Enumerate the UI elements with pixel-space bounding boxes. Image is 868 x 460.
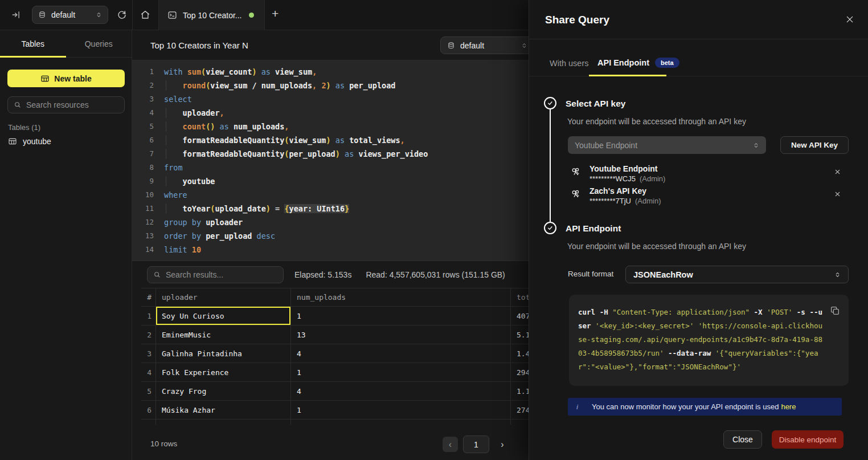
sql-line: 7 formatReadableQuantity(per_upload) as … <box>132 147 529 161</box>
table-cell[interactable]: Folk Experience <box>156 363 291 382</box>
home-icon[interactable] <box>140 10 150 20</box>
api-key-select[interactable]: Youtube Endpoint <box>568 136 766 154</box>
new-api-key-button[interactable]: New API Key <box>780 136 849 154</box>
sql-editor[interactable]: 1with sum(view_count) as view_sum,2 roun… <box>132 60 529 261</box>
table-cell[interactable]: 1.4 <box>511 344 529 363</box>
banner-here-link[interactable]: here <box>781 402 796 411</box>
step2-check-icon <box>544 222 556 234</box>
curl-snippet: curl -H "Content-Type: application/json"… <box>578 306 822 374</box>
table-cell[interactable]: 1.1 <box>511 382 529 401</box>
remove-key-icon[interactable] <box>834 169 841 175</box>
table-cell[interactable]: 13 <box>291 325 511 344</box>
line-number: 12 <box>132 215 154 229</box>
unsaved-changes-dot <box>249 13 254 18</box>
curl-snippet-block: curl -H "Content-Type: application/json"… <box>569 295 849 386</box>
tab-api-endpoint-label: API Endpoint <box>597 58 649 67</box>
pagination-next-icon[interactable]: › <box>497 437 508 452</box>
table-cell[interactable]: 5.1 <box>511 325 529 344</box>
table-cell[interactable]: Soy Un Curioso <box>156 307 291 325</box>
query-tab[interactable]: Top 10 Creator... <box>158 0 265 30</box>
new-table-button[interactable]: New table <box>7 70 125 87</box>
column-header[interactable]: # <box>141 288 156 307</box>
close-icon[interactable] <box>845 15 854 24</box>
column-header[interactable]: tot <box>511 288 529 307</box>
line-number: 6 <box>132 133 154 147</box>
table-cell[interactable]: 4 <box>291 344 511 363</box>
line-number: 5 <box>132 120 154 133</box>
table-cell[interactable]: EminemMusic <box>156 325 291 344</box>
line-number: 7 <box>132 147 154 161</box>
indent-guide <box>166 176 166 186</box>
line-number: 1 <box>132 65 154 79</box>
column-header[interactable]: num_uploads <box>291 288 511 307</box>
beta-badge: beta <box>655 58 679 68</box>
table-row: 2EminemMusic135.1 <box>141 325 529 344</box>
sql-line: 5 count() as num_uploads, <box>132 120 529 133</box>
results-table-header: #uploadernum_uploadstot <box>141 288 529 307</box>
indent-guide <box>166 108 166 118</box>
pagination-prev-icon[interactable]: ‹ <box>443 437 458 452</box>
sql-line: 13order by per_upload desc <box>132 229 529 243</box>
indent-guide <box>166 121 166 132</box>
column-header[interactable]: uploader <box>156 288 291 307</box>
sidebar-tab-tables[interactable]: Tables <box>0 30 66 57</box>
new-tab-plus-icon[interactable]: + <box>272 7 279 21</box>
sidebar-item-youtube[interactable]: youtube <box>8 137 51 146</box>
table-row: 4Folk Experience1294 <box>141 363 529 382</box>
table-cell[interactable]: 294 <box>511 363 529 382</box>
row-number: 6 <box>141 401 156 420</box>
monitor-info-banner: i You can now monitor how your your API … <box>568 398 842 416</box>
table-cell[interactable]: 407 <box>511 307 529 325</box>
table-cell[interactable]: 274 <box>511 401 529 420</box>
table-cell[interactable]: 1 <box>291 363 511 382</box>
tab-with-users[interactable]: With users <box>550 59 589 68</box>
sidebar-tab-queries[interactable]: Queries <box>66 30 132 57</box>
table-cell[interactable]: 1 <box>291 401 511 420</box>
query-header: Top 10 Creators in Year N default <box>132 30 529 60</box>
active-tab-underline <box>589 75 666 76</box>
line-number: 2 <box>132 79 154 92</box>
search-results-input[interactable]: Search results... <box>147 266 284 283</box>
sql-line: 4 uploader, <box>132 106 529 120</box>
results-table: #uploadernum_uploadstot 1Soy Un Curioso1… <box>141 288 529 425</box>
line-number: 8 <box>132 161 154 174</box>
remove-key-icon[interactable] <box>834 191 841 197</box>
chevron-updown-icon <box>753 141 759 149</box>
query-database-select[interactable]: default <box>440 36 529 54</box>
sql-line: 3select <box>132 92 529 106</box>
query-title: Top 10 Creators in Year N <box>150 40 248 50</box>
result-format-select[interactable]: JSONEachRow <box>625 266 849 283</box>
share-query-panel: Share Query With users API Endpoint beta… <box>529 0 868 460</box>
table-cell[interactable]: Crazy Frog <box>156 382 291 401</box>
pagination-page[interactable]: 1 <box>463 435 489 453</box>
sql-line: 11 toYear(upload_date) = {year: UInt16} <box>132 202 529 215</box>
line-number: 3 <box>132 92 154 106</box>
tab-api-endpoint[interactable]: API Endpoint beta <box>597 58 679 68</box>
table-icon <box>40 74 50 83</box>
table-icon <box>8 137 17 146</box>
sql-line: 14limit 10 <box>132 243 529 257</box>
search-resources-input[interactable]: Search resources <box>7 96 125 113</box>
copy-icon[interactable] <box>830 306 840 316</box>
close-button[interactable]: Close <box>723 430 762 449</box>
indent-guide <box>166 135 166 145</box>
table-cell[interactable]: 1 <box>291 307 511 325</box>
sql-line: 9 youtube <box>132 174 529 188</box>
search-icon <box>153 271 161 279</box>
sql-line: 12group by uploader <box>132 215 529 229</box>
api-key-row: Zach's API Key*********7TjU(Admin) <box>568 186 849 208</box>
row-number: 4 <box>141 363 156 382</box>
api-key-role: (Admin) <box>640 174 666 183</box>
database-select[interactable]: default <box>32 6 108 24</box>
line-number: 9 <box>132 174 154 188</box>
disable-endpoint-button[interactable]: Disable endpoint <box>772 430 844 449</box>
elapsed-stat: Elapsed: 5.153s <box>294 270 351 279</box>
row-number: 1 <box>141 307 156 325</box>
table-cell[interactable]: Galinha Pintadinha <box>156 344 291 363</box>
refresh-icon[interactable] <box>117 10 127 20</box>
line-number: 13 <box>132 229 154 243</box>
line-number: 11 <box>132 202 154 215</box>
table-cell[interactable]: 4 <box>291 382 511 401</box>
table-cell[interactable]: Músika Azhar <box>156 401 291 420</box>
collapse-sidebar-icon[interactable] <box>11 10 22 20</box>
